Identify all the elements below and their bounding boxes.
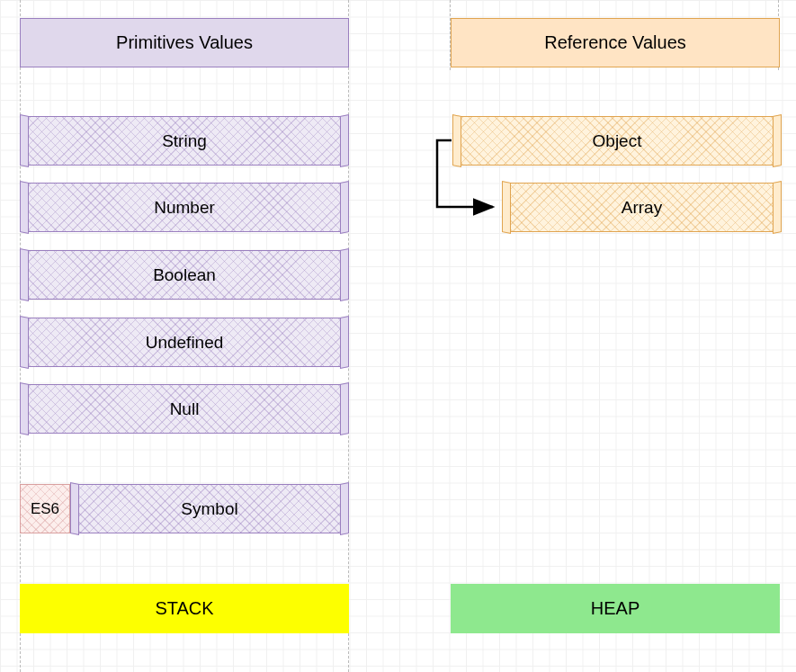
- box-edge: [20, 382, 29, 435]
- primitive-item-label: Boolean: [153, 265, 216, 285]
- primitive-item-symbol: Symbol: [70, 484, 349, 533]
- reference-item-label: Object: [593, 131, 642, 151]
- box-edge: [773, 114, 782, 167]
- box-edge: [20, 114, 29, 167]
- box-edge: [20, 316, 29, 369]
- stack-footer-label: STACK: [155, 598, 213, 619]
- primitive-item-undefined: Undefined: [20, 318, 349, 367]
- box-edge: [340, 248, 349, 301]
- reference-header-label: Reference Values: [544, 32, 686, 53]
- es6-tag: ES6: [20, 484, 70, 533]
- heap-footer: HEAP: [451, 584, 780, 633]
- heap-footer-label: HEAP: [591, 598, 639, 619]
- primitive-item-label: Null: [170, 399, 200, 419]
- primitive-item-label: Number: [154, 198, 215, 218]
- box-edge: [20, 248, 29, 301]
- primitive-item-label: String: [162, 131, 207, 151]
- box-edge: [452, 114, 461, 167]
- stack-footer: STACK: [20, 584, 349, 633]
- box-edge: [773, 181, 782, 234]
- box-edge: [70, 482, 79, 535]
- primitive-item-label: Symbol: [181, 499, 237, 519]
- box-edge: [20, 181, 29, 234]
- primitive-item-number: Number: [20, 183, 349, 232]
- box-edge: [340, 316, 349, 369]
- box-edge: [340, 482, 349, 535]
- box-edge: [502, 181, 511, 234]
- primitive-item-null: Null: [20, 384, 349, 434]
- primitive-item-string: String: [20, 116, 349, 166]
- es6-tag-label: ES6: [31, 500, 59, 518]
- box-edge: [340, 382, 349, 435]
- box-edge: [340, 114, 349, 167]
- reference-header: Reference Values: [451, 18, 780, 67]
- reference-item-array: Array: [502, 183, 782, 232]
- reference-item-object: Object: [452, 116, 782, 166]
- reference-item-label: Array: [622, 198, 662, 218]
- primitive-item-boolean: Boolean: [20, 250, 349, 300]
- primitive-item-label: Undefined: [146, 333, 224, 353]
- box-edge: [340, 181, 349, 234]
- primitives-header: Primitives Values: [20, 18, 349, 67]
- primitives-header-label: Primitives Values: [116, 32, 253, 53]
